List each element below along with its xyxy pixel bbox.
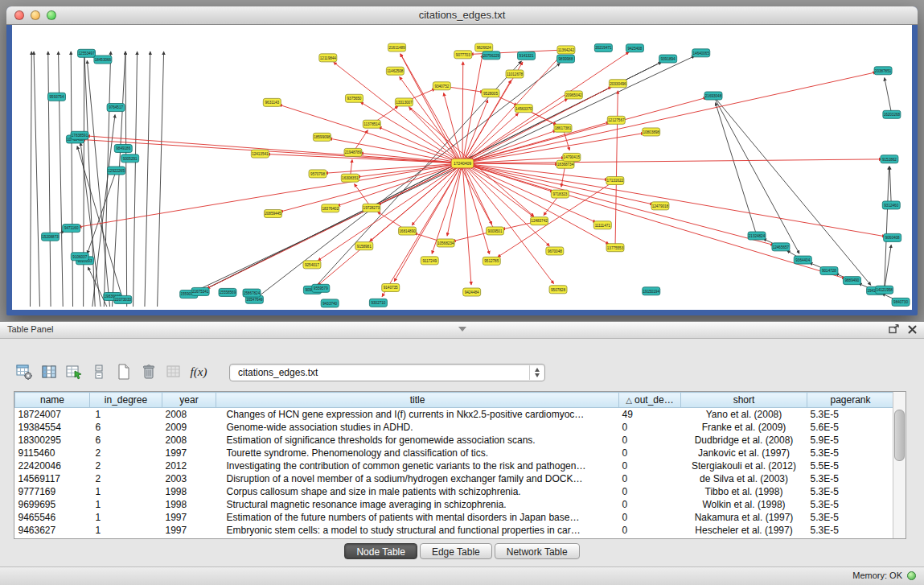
import-table-button[interactable] xyxy=(164,361,183,382)
graph-node[interactable]: 12119844 xyxy=(319,54,337,62)
graph-node[interactable]: 11462508 xyxy=(386,67,404,75)
table-row[interactable]: 946362711997Embryonic stem cells: a mode… xyxy=(15,524,894,537)
cell-title[interactable]: Structural magnetic resonance image aver… xyxy=(216,498,619,511)
table-row[interactable]: 1456911722003Disruption of a novel membe… xyxy=(15,472,894,485)
graph-node[interactable]: 9340752 xyxy=(433,82,450,90)
cell-out_degree[interactable]: 0 xyxy=(619,447,681,459)
graph-node[interactable]: 9626624 xyxy=(475,43,493,51)
cell-short[interactable]: Wolkin et al. (1998) xyxy=(681,498,807,511)
graph-node[interactable]: 15867824 xyxy=(243,289,261,297)
select-mode-button[interactable] xyxy=(64,361,84,382)
graph-node[interactable]: 9433740 xyxy=(321,299,339,307)
cell-in_degree[interactable]: 1 xyxy=(90,408,162,421)
graph-node[interactable]: 9559579 xyxy=(312,284,330,292)
graph-node[interactable]: 16814890 xyxy=(399,227,417,235)
cell-name[interactable]: 19384554 xyxy=(15,421,90,434)
table-selector-combobox[interactable]: citations_edges.txt xyxy=(229,364,545,381)
graph-node[interactable]: 9140735 xyxy=(382,284,400,292)
table-row[interactable]: 946554611997Estimation of the future num… xyxy=(15,511,894,524)
graph-node[interactable]: 21693048 xyxy=(704,92,722,100)
graph-node[interactable]: 9512785 xyxy=(483,257,500,265)
cell-short[interactable]: Jankovic et al. (1997) xyxy=(681,447,807,459)
cell-short[interactable]: Franke et al. (2009) xyxy=(681,421,807,434)
graph-node[interactable]: 20387851 xyxy=(874,67,892,75)
graph-node[interactable]: 9060408 xyxy=(884,233,901,241)
table-row[interactable]: 911546021997Tourette syndrome. Phenomeno… xyxy=(15,447,894,459)
float-panel-icon[interactable] xyxy=(889,324,899,334)
graph-node[interactable]: 9593754 xyxy=(48,93,66,101)
graph-node[interactable]: 12922265 xyxy=(108,167,125,175)
graph-node[interactable]: 9631143 xyxy=(263,98,281,106)
graph-node[interactable]: 9117249 xyxy=(421,257,438,265)
cell-title[interactable]: Embryonic stem cells: a model to study s… xyxy=(216,524,619,537)
cell-out_degree[interactable]: 0 xyxy=(619,485,681,498)
graph-node[interactable]: 13775553 xyxy=(606,244,624,252)
graph-node[interactable]: 9471160 xyxy=(63,225,80,233)
graph-node[interactable]: 12479018 xyxy=(651,202,669,210)
cell-in_degree[interactable]: 1 xyxy=(90,498,162,511)
tab-network-table[interactable]: Network Table xyxy=(495,543,580,559)
cell-title[interactable]: Genome-wide association studies in ADHD. xyxy=(216,421,619,434)
graph-node[interactable]: 14563370 xyxy=(515,105,532,113)
graph-node[interactable]: 9391894 xyxy=(659,55,677,63)
graph-node[interactable]: 9158981 xyxy=(355,242,373,250)
cell-name[interactable]: 9777169 xyxy=(15,485,90,498)
graph-node[interactable]: 9840730 xyxy=(892,298,910,306)
graph-node[interactable]: 9077703 xyxy=(454,51,472,59)
graph-node[interactable]: 9718323 xyxy=(551,190,569,198)
graph-node[interactable]: 9424484 xyxy=(463,288,481,296)
scrollbar-thumb[interactable] xyxy=(894,410,905,461)
graph-node[interactable]: 16308351 xyxy=(341,174,359,182)
graph-node[interactable]: 19150194 xyxy=(643,287,660,295)
column-header-pagerank[interactable]: pagerank xyxy=(807,393,894,408)
cell-out_degree[interactable]: 49 xyxy=(619,408,681,421)
graph-node[interactable]: 21948789 xyxy=(344,148,362,156)
table-row[interactable]: 969969511998Structural magnetic resonanc… xyxy=(15,498,894,511)
cell-name[interactable]: 9465546 xyxy=(15,511,90,524)
graph-node[interactable]: 9375650 xyxy=(345,94,363,102)
graph-node[interactable]: 12553497 xyxy=(78,49,96,57)
table-row[interactable]: 1872400712008Changes of HCN gene express… xyxy=(15,408,894,421)
cell-in_degree[interactable]: 2 xyxy=(90,459,162,472)
cell-short[interactable]: Hescheler et al. (1997) xyxy=(681,524,807,537)
cell-pagerank[interactable]: 5.3E-5 xyxy=(807,472,894,485)
window-titlebar[interactable]: citations_edges.txt xyxy=(6,6,918,25)
graph-node[interactable]: 14640065 xyxy=(692,49,710,57)
graph-node[interactable]: 9899988 xyxy=(557,55,575,63)
cell-pagerank[interactable]: 5.3E-5 xyxy=(807,511,894,524)
tab-edge-table[interactable]: Edge Table xyxy=(420,543,492,559)
cell-name[interactable]: 22420046 xyxy=(15,459,90,472)
graph-node[interactable]: 9305291 xyxy=(121,154,139,163)
graph-node[interactable]: 19728273 xyxy=(363,204,380,212)
graph-node[interactable]: 21611489 xyxy=(388,43,406,51)
table-vertical-scrollbar[interactable] xyxy=(893,392,906,538)
graph-node[interactable]: 20219471 xyxy=(594,43,612,51)
cell-year[interactable]: 1997 xyxy=(162,524,216,537)
cell-year[interactable]: 1997 xyxy=(162,447,216,459)
cell-short[interactable]: Tibbo et al. (1998) xyxy=(681,485,807,498)
show-hide-columns-button[interactable] xyxy=(39,361,59,382)
cell-year[interactable]: 2012 xyxy=(162,459,216,472)
graph-node[interactable]: 18453066 xyxy=(94,56,112,64)
cell-out_degree[interactable]: 0 xyxy=(619,498,681,511)
cell-pagerank[interactable]: 5.3E-5 xyxy=(807,485,894,498)
cell-in_degree[interactable]: 1 xyxy=(90,511,162,524)
create-column-button[interactable] xyxy=(114,361,133,382)
cell-out_degree[interactable]: 0 xyxy=(619,421,681,434)
combo-stepper-icon[interactable] xyxy=(529,365,544,380)
graph-node[interactable]: 18617381 xyxy=(554,124,572,132)
cell-name[interactable]: 18300295 xyxy=(15,434,90,447)
graph-node[interactable]: 20756229 xyxy=(483,51,500,60)
close-panel-icon[interactable] xyxy=(908,325,917,334)
cell-short[interactable]: Dudbridge et al. (2008) xyxy=(681,434,807,447)
graph-node[interactable]: 9528005 xyxy=(482,89,499,97)
cell-short[interactable]: Yano et al. (2008) xyxy=(681,408,807,421)
graph-node[interactable]: 20330496 xyxy=(609,80,626,88)
cell-out_degree[interactable]: 0 xyxy=(619,434,681,447)
graph-node[interactable]: 13313007 xyxy=(395,98,413,106)
cell-name[interactable]: 14569117 xyxy=(15,472,90,485)
graph-node[interactable]: 9849186 xyxy=(114,145,132,153)
graph-node[interactable]: 11111471 xyxy=(593,221,611,229)
cell-name[interactable]: 9699695 xyxy=(15,498,90,511)
cell-pagerank[interactable]: 5.9E-5 xyxy=(807,434,894,447)
